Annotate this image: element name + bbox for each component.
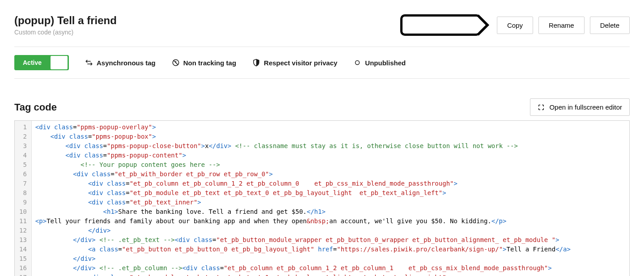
copy-button[interactable]: Copy	[497, 17, 533, 34]
meta-nontracking: Non tracking tag	[172, 59, 236, 67]
expand-icon	[538, 104, 545, 111]
meta-privacy: Respect visitor privacy	[252, 59, 337, 67]
page-subtitle: Custom code (async)	[14, 29, 117, 36]
rename-button[interactable]: Rename	[538, 17, 585, 34]
code-content[interactable]: <div class="ppms-popup-overlay"> <div cl…	[32, 121, 629, 276]
delete-button[interactable]: Delete	[590, 17, 630, 34]
circle-icon	[353, 59, 361, 67]
meta-unpublished: Unpublished	[353, 59, 406, 67]
active-toggle[interactable]: Active	[14, 55, 69, 70]
active-label: Active	[15, 59, 50, 66]
section-title: Tag code	[14, 102, 57, 113]
fullscreen-button[interactable]: Open in fullscreen editor	[530, 98, 630, 116]
code-editor[interactable]: 12345678910111213141516171819 <div class…	[14, 120, 630, 276]
annotation-pointer	[400, 14, 481, 36]
line-gutter: 12345678910111213141516171819	[15, 121, 32, 276]
shield-icon	[252, 59, 260, 67]
page-title: (popup) Tell a friend	[14, 14, 117, 27]
meta-async: Asynchronous tag	[85, 59, 156, 67]
no-tracking-icon	[172, 59, 180, 67]
swap-icon	[85, 59, 93, 67]
toggle-handle	[51, 56, 68, 69]
svg-point-1	[356, 61, 360, 65]
